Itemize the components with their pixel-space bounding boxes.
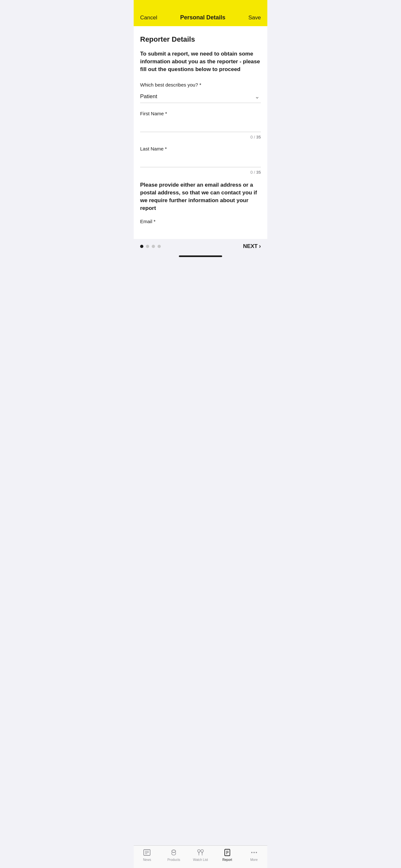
first-name-label: First Name * (140, 111, 261, 116)
reporter-type-label: Which best describes you? * (140, 82, 261, 88)
last-name-input[interactable] (140, 154, 261, 167)
first-name-char-count: 0 / 35 (140, 135, 261, 140)
page-title: Personal Details (180, 14, 225, 21)
next-label: NEXT (243, 243, 258, 250)
progress-dot-4 (158, 245, 161, 248)
last-name-field: Last Name * 0 / 35 (140, 146, 261, 175)
progress-dot-3 (152, 245, 155, 248)
next-button[interactable]: NEXT › (243, 243, 261, 250)
progress-dot-2 (146, 245, 149, 248)
cancel-button[interactable]: Cancel (140, 14, 157, 21)
intro-text: To submit a report, we need to obtain so… (140, 50, 261, 73)
first-name-field: First Name * 0 / 35 (140, 111, 261, 140)
last-name-label: Last Name * (140, 146, 261, 151)
section-title: Reporter Details (140, 35, 261, 43)
last-name-input-wrapper (140, 154, 261, 167)
home-indicator (179, 255, 222, 257)
form-content: Reporter Details To submit a report, we … (134, 26, 267, 239)
first-name-input[interactable] (140, 119, 261, 132)
progress-bar: NEXT › (134, 239, 267, 253)
email-label: Email * (140, 219, 261, 224)
email-field: Email * (140, 219, 261, 224)
header: Cancel Personal Details Save (134, 0, 267, 26)
reporter-type-field: Which best describes you? * Patient Heal… (140, 82, 261, 103)
reporter-type-dropdown-wrapper: Patient Healthcare Professional Other ⌄ (140, 90, 261, 103)
reporter-type-select[interactable]: Patient Healthcare Professional Other (140, 90, 261, 103)
first-name-input-wrapper (140, 119, 261, 132)
contact-info-text: Please provide either an email address o… (140, 181, 261, 212)
last-name-char-count: 0 / 35 (140, 170, 261, 175)
progress-dots (140, 245, 161, 248)
progress-dot-1 (140, 245, 143, 248)
save-button[interactable]: Save (248, 14, 261, 21)
chevron-right-icon: › (259, 243, 261, 250)
